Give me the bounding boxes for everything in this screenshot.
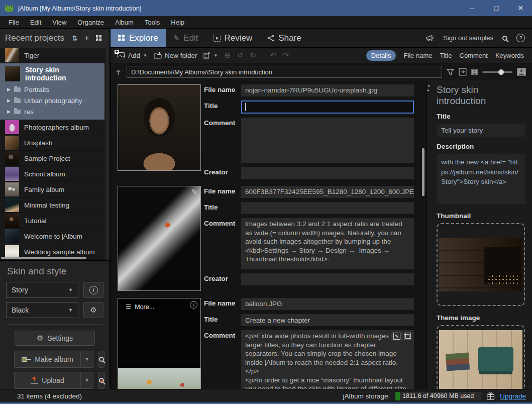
folder-urban-photography[interactable]: ▶ Urban photography [0, 95, 104, 106]
list-vertical-scrollbar[interactable] [422, 148, 424, 196]
folder-icon [14, 110, 21, 114]
panel-collapse-control[interactable]: ◂ ▸ [428, 83, 430, 92]
copy-comment-icon[interactable] [403, 333, 410, 340]
skin-select[interactable]: Story ▼ [6, 282, 78, 298]
info-icon[interactable]: i [190, 301, 197, 309]
project-photographers-album[interactable]: Photographers album [0, 120, 104, 135]
style-settings-button[interactable]: ⚙ [83, 302, 103, 318]
upload-button[interactable]: Upload [14, 372, 80, 389]
rotate-right-icon[interactable]: ↻ [250, 51, 257, 60]
folder-portraits[interactable]: ▶ Portraits [0, 84, 104, 95]
panel-title-input[interactable] [437, 124, 525, 137]
tab-explore[interactable]: Explore [111, 29, 166, 47]
tab-review[interactable]: Review [206, 29, 260, 47]
project-unsplash[interactable]: Unsplash [0, 135, 104, 151]
edit-comment-icon[interactable]: ✎ [393, 333, 400, 340]
pill-comment[interactable]: Comment [460, 52, 488, 59]
project-tiger[interactable]: Tiger [0, 48, 104, 63]
pill-file-name[interactable]: File name [403, 52, 432, 59]
maximize-button[interactable]: □ [492, 4, 501, 12]
close-button[interactable]: ✕ [516, 4, 525, 12]
menu-edit[interactable]: Edit [25, 19, 47, 26]
project-thumbnail [5, 66, 20, 81]
menu-album[interactable]: Album [110, 19, 139, 26]
preview-album-button[interactable] [98, 351, 104, 368]
expand-icon[interactable]: ▶ [7, 98, 11, 103]
theme-image-drop-zone[interactable] [437, 325, 525, 389]
project-thumbnail [5, 198, 19, 212]
tab-share[interactable]: Share [260, 29, 308, 47]
pill-title[interactable]: Title [440, 52, 452, 59]
title-input[interactable] [241, 202, 414, 214]
comment-input[interactable] [241, 118, 414, 163]
item-thumbnail[interactable]: ☰ More... i [118, 298, 201, 389]
undo-icon[interactable]: ↶ [270, 51, 276, 60]
slider-knob[interactable] [498, 69, 504, 75]
new-page-button[interactable]: ▼ [203, 52, 218, 59]
file-name-label: File name [204, 84, 237, 96]
sort-projects-icon[interactable]: ⇅ [72, 34, 78, 42]
project-story-selected[interactable]: Story skin introduction ▶ Portraits ▶ Ur… [0, 63, 104, 120]
menu-help[interactable]: Help [165, 19, 190, 26]
pill-keywords[interactable]: Keywords [495, 52, 524, 59]
make-album-button[interactable]: Make album [14, 351, 80, 368]
help-icon[interactable]: ? [516, 34, 525, 42]
creator-input[interactable] [241, 167, 414, 179]
menu-file[interactable]: File [3, 19, 25, 26]
rotate-left-icon[interactable]: ↺ [237, 51, 244, 60]
upgrade-link[interactable]: Upgrade [500, 392, 526, 400]
path-input[interactable] [127, 66, 442, 78]
project-minimal-testing[interactable]: Minimal testing [0, 197, 104, 213]
expand-icon[interactable]: ▶ [7, 109, 11, 114]
title-label: Title [204, 202, 237, 214]
add-project-icon[interactable]: + [84, 33, 89, 43]
pencil-icon[interactable]: ✎ [191, 188, 197, 196]
grid-view-icon[interactable] [96, 35, 102, 41]
megaphone-icon[interactable] [425, 34, 434, 42]
gift-icon[interactable] [486, 392, 495, 400]
redo-icon[interactable]: ↷ [283, 51, 289, 60]
minimize-button[interactable]: – [468, 4, 477, 12]
search-icon[interactable] [502, 36, 507, 41]
project-tutorial[interactable]: Tutorial [0, 213, 104, 229]
menu-organize[interactable]: Organize [72, 19, 110, 26]
expand-icon[interactable]: ▶ [7, 87, 11, 92]
project-family-album[interactable]: Family album [0, 182, 104, 197]
settings-button[interactable]: ⚙ Settings [15, 331, 95, 346]
preview-upload-button[interactable] [98, 372, 104, 389]
new-folder-button[interactable]: New folder [154, 52, 197, 59]
panel-description-input[interactable]: with the new <a href= "https://jalbum.ne… [437, 154, 525, 204]
make-album-dropdown[interactable]: ▼ [80, 351, 93, 368]
upload-dropdown[interactable]: ▼ [80, 372, 93, 389]
style-select[interactable]: Black ▼ [6, 302, 78, 318]
item-thumbnail[interactable] [118, 84, 201, 171]
filter-funnel-icon[interactable] [447, 68, 454, 76]
more-badge[interactable]: ☰ More... [121, 301, 159, 312]
exclude-icon[interactable]: ⊖ [224, 51, 231, 60]
project-welcome-to-jalbum[interactable]: Welcome to jAlbum [0, 229, 104, 244]
folder-res[interactable]: ▶ res [0, 106, 104, 117]
panel-title-label: Title [437, 113, 525, 120]
item-thumbnail[interactable]: ✎ [118, 186, 201, 291]
creator-input[interactable] [241, 273, 414, 285]
sign-out-link[interactable]: Sign out samples [443, 34, 493, 42]
comment-input[interactable]: Images between 3:2 and 2:1 aspect ratio … [241, 218, 414, 269]
pill-details[interactable]: Details [366, 50, 396, 61]
skin-info-button[interactable]: i [83, 282, 103, 298]
tab-edit[interactable]: ✎ Edit [166, 29, 206, 47]
menu-tools[interactable]: Tools [139, 19, 165, 26]
tree-vertical-scrollbar[interactable] [105, 48, 110, 260]
menu-view[interactable]: View [47, 19, 72, 26]
thumbnail-size-slider[interactable] [482, 71, 512, 73]
folder-icon [14, 98, 21, 103]
open-in-explorer-icon[interactable] [459, 68, 467, 76]
add-button[interactable]: + Add ▼ [117, 52, 147, 59]
title-input[interactable] [241, 314, 414, 326]
comment-input[interactable]: <p>Extra wide photos result in full-widt… [241, 330, 414, 389]
tree-horizontal-scrollbar[interactable] [1, 257, 86, 259]
thumbnail-drop-zone[interactable] [437, 223, 525, 306]
project-school-album[interactable]: School album [0, 166, 104, 182]
title-input[interactable] [241, 100, 414, 114]
up-level-icon[interactable] [115, 68, 122, 76]
project-sample-project[interactable]: Sample Project [0, 151, 104, 166]
